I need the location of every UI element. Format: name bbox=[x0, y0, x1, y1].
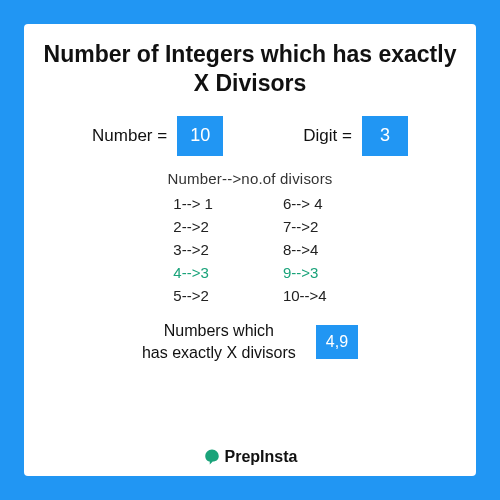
table-row: 5-->2 bbox=[173, 287, 213, 304]
result-label: Numbers which has exactly X divisors bbox=[142, 320, 296, 365]
table-row: 8-->4 bbox=[283, 241, 327, 258]
divisor-table: 1--> 1 2-->2 3-->2 4-->3 5-->2 6--> 4 7-… bbox=[42, 195, 458, 304]
table-row-highlight: 4-->3 bbox=[173, 264, 213, 281]
digit-value-box: 3 bbox=[362, 116, 408, 156]
number-value-box: 10 bbox=[177, 116, 223, 156]
result-label-line1: Numbers which bbox=[142, 320, 296, 342]
digit-label: Digit = bbox=[303, 126, 352, 146]
card: Number of Integers which has exactly X D… bbox=[24, 24, 476, 476]
brand-text: PrepInsta bbox=[225, 448, 298, 466]
number-input-group: Number = 10 bbox=[92, 116, 223, 156]
result-label-line2: has exactly X divisors bbox=[142, 342, 296, 364]
table-row: 7-->2 bbox=[283, 218, 327, 235]
brand-icon bbox=[203, 448, 221, 466]
table-row: 3-->2 bbox=[173, 241, 213, 258]
brand: PrepInsta bbox=[42, 448, 458, 466]
table-row: 2-->2 bbox=[173, 218, 213, 235]
inputs-row: Number = 10 Digit = 3 bbox=[42, 116, 458, 156]
result-block: Numbers which has exactly X divisors 4,9 bbox=[42, 320, 458, 365]
page-title: Number of Integers which has exactly X D… bbox=[42, 40, 458, 98]
table-col-left: 1--> 1 2-->2 3-->2 4-->3 5-->2 bbox=[173, 195, 213, 304]
number-label: Number = bbox=[92, 126, 167, 146]
table-col-right: 6--> 4 7-->2 8-->4 9-->3 10-->4 bbox=[283, 195, 327, 304]
table-header: Number-->no.of divisors bbox=[42, 170, 458, 187]
digit-input-group: Digit = 3 bbox=[303, 116, 408, 156]
table-row: 6--> 4 bbox=[283, 195, 327, 212]
result-value-box: 4,9 bbox=[316, 325, 358, 359]
table-row: 10-->4 bbox=[283, 287, 327, 304]
table-row: 1--> 1 bbox=[173, 195, 213, 212]
table-row-highlight: 9-->3 bbox=[283, 264, 327, 281]
